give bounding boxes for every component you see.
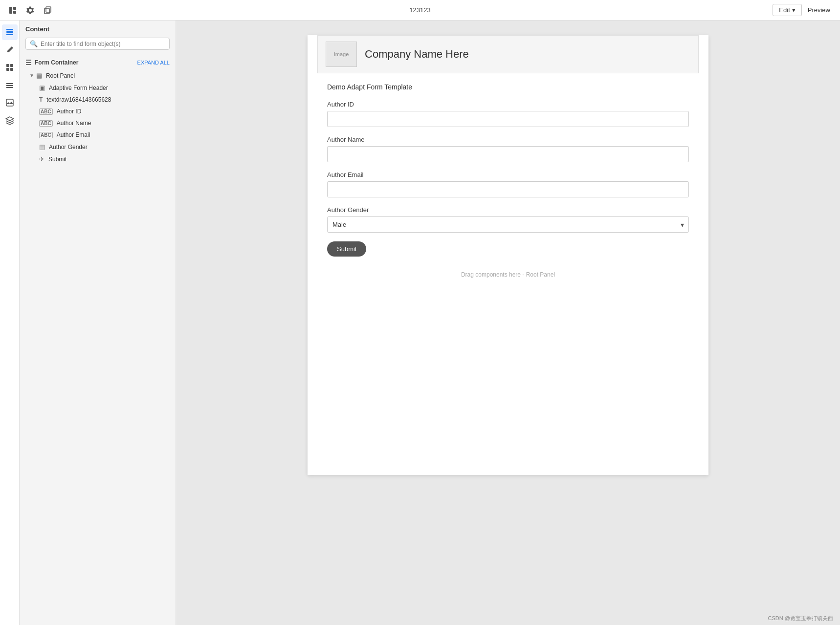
svg-rect-3 bbox=[44, 8, 49, 14]
tree-item-author-id[interactable]: ABC Author ID bbox=[20, 106, 176, 117]
svg-rect-0 bbox=[9, 7, 12, 14]
search-icon: 🔍 bbox=[30, 40, 38, 47]
author-id-label: Author ID bbox=[57, 108, 82, 115]
author-id-field-label: Author ID bbox=[327, 101, 689, 108]
header-image-placeholder: Image bbox=[326, 42, 357, 67]
canvas-area: Image Company Name Here Demo Adapt Form … bbox=[176, 21, 840, 625]
sidebar: Content 🔍 ☰ Form Container EXPAND ALL ▼ … bbox=[20, 21, 176, 625]
main-layout: Content 🔍 ☰ Form Container EXPAND ALL ▼ … bbox=[0, 21, 840, 625]
search-input[interactable] bbox=[41, 41, 165, 47]
toolbar-left bbox=[6, 4, 55, 16]
author-gender-field-label: Author Gender bbox=[327, 206, 689, 214]
layout-icon-btn[interactable] bbox=[6, 4, 20, 16]
svg-rect-5 bbox=[6, 29, 13, 30]
svg-rect-6 bbox=[6, 31, 13, 33]
author-email-field: Author Email bbox=[327, 171, 689, 197]
author-gender-select-wrap: Male Female Other ▾ bbox=[327, 216, 689, 233]
rail-assets-icon[interactable] bbox=[2, 95, 18, 110]
author-name-field-label: Author Name bbox=[327, 136, 689, 143]
svg-rect-7 bbox=[6, 34, 13, 35]
form-header-section: Image Company Name Here bbox=[317, 35, 699, 73]
watermark: CSDN @贾宝玉拳打镇关西 bbox=[768, 615, 833, 622]
tree-item-textdraw[interactable]: T textdraw1684143665628 bbox=[20, 94, 176, 106]
sidebar-header: Content bbox=[20, 21, 176, 36]
text-icon: T bbox=[39, 96, 43, 103]
canvas-inner: Image Company Name Here Demo Adapt Form … bbox=[308, 35, 708, 475]
form-container-row: ☰ Form Container EXPAND ALL bbox=[20, 56, 176, 69]
duplicate-icon-btn[interactable] bbox=[41, 4, 55, 16]
field-icon-abc3: ABC bbox=[39, 132, 53, 138]
root-panel-label: Root Panel bbox=[46, 72, 75, 79]
author-email-field-label: Author Email bbox=[327, 171, 689, 178]
svg-rect-1 bbox=[13, 7, 16, 10]
search-input-wrap: 🔍 bbox=[25, 38, 170, 50]
top-toolbar: 123123 Edit ▾ Preview bbox=[0, 0, 840, 21]
author-name-label: Author Name bbox=[57, 120, 91, 127]
preview-button[interactable]: Preview bbox=[804, 4, 834, 16]
submit-button-wrap: Submit bbox=[327, 241, 689, 257]
submit-icon: ✈ bbox=[39, 155, 44, 163]
author-email-label: Author Email bbox=[57, 131, 90, 138]
form-container-label: Form Container bbox=[35, 59, 78, 66]
panel-icon: ▤ bbox=[36, 72, 42, 79]
tree-item-author-name[interactable]: ABC Author Name bbox=[20, 117, 176, 129]
rail-layers-icon[interactable] bbox=[2, 112, 18, 128]
rail-components-icon[interactable] bbox=[2, 60, 18, 75]
tree-item-author-email[interactable]: ABC Author Email bbox=[20, 129, 176, 141]
form-content: Demo Adapt Form Template Author ID Autho… bbox=[308, 73, 708, 307]
field-icon-abc: ABC bbox=[39, 108, 53, 115]
rail-data-icon[interactable] bbox=[2, 77, 18, 93]
svg-rect-4 bbox=[46, 7, 51, 12]
author-gender-select[interactable]: Male Female Other bbox=[327, 216, 689, 233]
author-email-input[interactable] bbox=[327, 181, 689, 197]
toolbar-right: Edit ▾ Preview bbox=[773, 4, 834, 16]
rail-content-icon[interactable] bbox=[2, 24, 18, 40]
settings-icon-btn[interactable] bbox=[23, 4, 37, 16]
dropdown-icon: ▤ bbox=[39, 143, 45, 151]
toolbar-title: 123123 bbox=[409, 6, 430, 14]
svg-rect-10 bbox=[6, 68, 9, 71]
submit-button[interactable]: Submit bbox=[327, 241, 366, 257]
search-bar: 🔍 bbox=[20, 36, 176, 54]
svg-rect-2 bbox=[13, 11, 16, 14]
svg-rect-12 bbox=[6, 99, 13, 106]
author-gender-label: Author Gender bbox=[49, 144, 88, 151]
author-name-field: Author Name bbox=[327, 136, 689, 162]
author-name-input[interactable] bbox=[327, 146, 689, 162]
submit-label: Submit bbox=[48, 156, 66, 163]
container-icon: ▣ bbox=[39, 84, 45, 91]
company-name: Company Name Here bbox=[365, 48, 469, 61]
tree-section: ☰ Form Container EXPAND ALL ▼ ▤ Root Pan… bbox=[20, 54, 176, 625]
svg-rect-9 bbox=[10, 64, 13, 67]
textdraw-label: textdraw1684143665628 bbox=[46, 96, 111, 103]
author-gender-field: Author Gender Male Female Other ▾ bbox=[327, 206, 689, 233]
author-id-input[interactable] bbox=[327, 111, 689, 127]
chevron-down-icon: ▼ bbox=[29, 73, 34, 78]
svg-rect-11 bbox=[10, 68, 13, 71]
edit-button[interactable]: Edit ▾ bbox=[773, 4, 801, 16]
svg-rect-8 bbox=[6, 64, 9, 67]
field-icon-abc2: ABC bbox=[39, 120, 53, 127]
form-title: Demo Adapt Form Template bbox=[327, 83, 689, 91]
tree-item-root-panel[interactable]: ▼ ▤ Root Panel bbox=[20, 69, 176, 82]
expand-all-button[interactable]: EXPAND ALL bbox=[137, 60, 170, 65]
tree-item-adaptive-form-header[interactable]: ▣ Root Panel Adaptive Form Header bbox=[20, 82, 176, 94]
hamburger-icon: ☰ bbox=[25, 59, 32, 66]
author-id-field: Author ID bbox=[327, 101, 689, 127]
rail-edit-icon[interactable] bbox=[2, 42, 18, 58]
tree-item-author-gender[interactable]: ▤ Author Gender bbox=[20, 141, 176, 153]
tree-item-submit[interactable]: ✈ Submit bbox=[20, 153, 176, 165]
drag-hint: Drag components here - Root Panel bbox=[327, 271, 689, 298]
icon-rail bbox=[0, 21, 20, 625]
